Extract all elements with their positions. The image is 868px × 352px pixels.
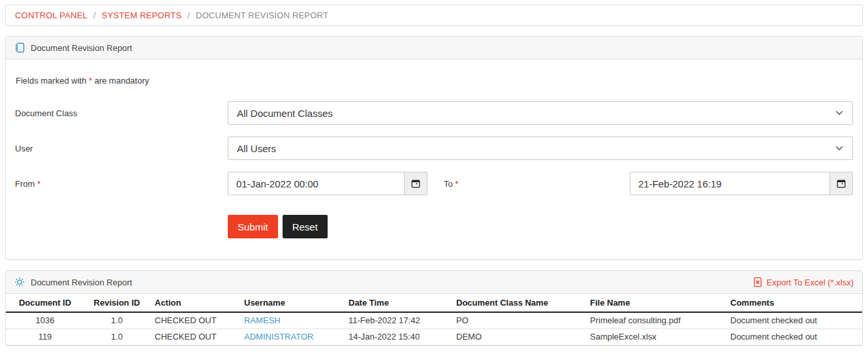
from-date-group: 01-Jan-2022 00:00 [228, 172, 427, 195]
date-range-row: From * 01-Jan-2022 00:00 To * [15, 172, 853, 195]
username-link[interactable]: RAMESH [244, 315, 281, 325]
to-label-text: To [444, 179, 453, 189]
document-class-select[interactable]: All Document Classes [228, 101, 853, 125]
column-header-revision-id: Revision ID [84, 294, 149, 312]
chevron-down-icon [835, 108, 844, 118]
from-label-text: From [15, 179, 35, 189]
mandatory-note-suffix: are mandatory [95, 76, 149, 86]
breadcrumb-control-panel[interactable]: CONTROL PANEL [15, 10, 87, 20]
calendar-icon [836, 178, 846, 189]
user-select[interactable]: All Users [228, 136, 853, 160]
reset-button[interactable]: Reset [283, 215, 328, 238]
cell-document-class-name: PO [451, 312, 585, 328]
cell-comments: Document checked out [725, 328, 862, 345]
cell-revision-id: 1.0 [84, 312, 149, 328]
from-date-input[interactable]: 01-Jan-2022 00:00 [228, 172, 404, 195]
breadcrumb: CONTROL PANEL / SYSTEM REPORTS / DOCUMEN… [5, 5, 863, 26]
cell-action: CHECKED OUT [149, 312, 239, 328]
journal-icon [14, 42, 25, 53]
document-class-selected-value: All Document Classes [237, 108, 333, 119]
column-header-action: Action [149, 294, 239, 312]
mandatory-star: * [89, 76, 92, 86]
table-header-row: Document ID Revision ID Action Username … [6, 294, 862, 312]
gear-icon [14, 277, 25, 287]
column-header-document-id: Document ID [6, 294, 84, 312]
cell-date-time: 11-Feb-2022 17:42 [343, 312, 451, 328]
to-date-input[interactable]: 21-Feb-2022 16:19 [630, 172, 829, 195]
results-panel-header: Document Revision Report Export To Excel… [6, 271, 862, 294]
chevron-down-icon [835, 144, 844, 153]
table-row: 119 1.0 CHECKED OUT ADMINISTRATOR 14-Jan… [6, 328, 862, 345]
column-header-comments: Comments [725, 294, 862, 312]
page: CONTROL PANEL / SYSTEM REPORTS / DOCUMEN… [0, 0, 868, 352]
cell-document-id: 119 [6, 328, 84, 345]
column-header-file-name: File Name [585, 294, 725, 312]
report-form-body: Fields marked with * are mandatory Docum… [6, 59, 862, 259]
breadcrumb-system-reports[interactable]: SYSTEM REPORTS [102, 10, 181, 20]
form-buttons: Submit Reset [228, 215, 853, 238]
breadcrumb-separator: / [93, 10, 96, 20]
username-link[interactable]: ADMINISTRATOR [244, 332, 313, 342]
cell-file-name: SampleExcel.xlsx [585, 328, 725, 345]
report-form-panel-header: Document Revision Report [6, 37, 862, 59]
report-form-panel: Document Revision Report Fields marked w… [5, 36, 863, 260]
excel-file-icon [752, 277, 763, 287]
report-form-panel-title: Document Revision Report [31, 43, 132, 53]
column-header-date-time: Date Time [343, 294, 451, 312]
user-row: User All Users [15, 136, 853, 160]
from-label: From * [15, 179, 228, 189]
results-table: Document ID Revision ID Action Username … [6, 294, 862, 345]
table-row: 1036 1.0 CHECKED OUT RAMESH 11-Feb-2022 … [6, 312, 862, 328]
user-selected-value: All Users [237, 143, 276, 154]
submit-button[interactable]: Submit [228, 215, 278, 238]
to-date-picker-button[interactable] [829, 172, 852, 195]
results-panel-title: Document Revision Report [31, 278, 132, 287]
export-to-excel-link[interactable]: Export To Excel (*.xlsx) [752, 277, 854, 287]
cell-action: CHECKED OUT [149, 328, 239, 345]
to-label: To * [427, 179, 630, 189]
breadcrumb-current-page: DOCUMENT REVISION REPORT [196, 10, 328, 20]
cell-date-time: 14-Jan-2022 15:40 [343, 328, 451, 345]
cell-document-class-name: DEMO [451, 328, 585, 345]
breadcrumb-separator: / [187, 10, 190, 20]
to-date-group: 21-Feb-2022 16:19 [630, 172, 853, 195]
column-header-username: Username [239, 294, 343, 312]
calendar-icon [411, 178, 421, 189]
to-required-star: * [455, 179, 458, 189]
cell-file-name: Primeleaf consulting.pdf [585, 312, 725, 328]
cell-revision-id: 1.0 [84, 328, 149, 345]
cell-document-id: 1036 [6, 312, 84, 328]
from-required-star: * [37, 179, 40, 189]
results-panel: Document Revision Report Export To Excel… [5, 270, 863, 346]
document-class-row: Document Class All Document Classes [15, 101, 853, 125]
column-header-document-class-name: Document Class Name [451, 294, 585, 312]
from-date-picker-button[interactable] [404, 172, 427, 195]
mandatory-note: Fields marked with * are mandatory [16, 76, 852, 86]
mandatory-note-prefix: Fields marked with [16, 76, 86, 86]
cell-comments: Document checked out [725, 312, 862, 328]
export-to-excel-label: Export To Excel (*.xlsx) [767, 278, 854, 287]
document-class-label: Document Class [15, 108, 228, 118]
user-label: User [15, 144, 228, 153]
